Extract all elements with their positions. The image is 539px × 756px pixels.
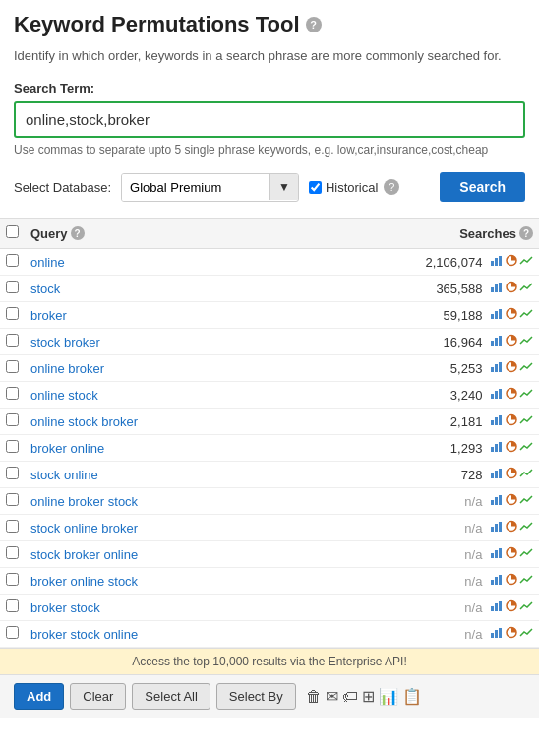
tag-icon[interactable]: 🏷 bbox=[342, 688, 358, 706]
row-checkbox[interactable] bbox=[6, 413, 19, 426]
trend-icon[interactable] bbox=[519, 520, 533, 533]
row-checkbox[interactable] bbox=[6, 440, 19, 453]
bar-chart-icon[interactable] bbox=[490, 493, 504, 506]
searches-help-icon[interactable]: ? bbox=[519, 226, 533, 240]
pie-chart-icon[interactable] bbox=[505, 467, 518, 479]
svg-rect-52 bbox=[491, 606, 494, 611]
row-checkbox[interactable] bbox=[6, 573, 19, 586]
trend-icon[interactable] bbox=[519, 573, 533, 586]
grid-icon[interactable]: ⊞ bbox=[362, 687, 375, 706]
trend-icon[interactable] bbox=[519, 626, 533, 639]
pie-chart-icon[interactable] bbox=[505, 573, 518, 586]
bar-chart-icon[interactable] bbox=[490, 334, 504, 346]
bar-chart-icon[interactable] bbox=[490, 281, 504, 293]
envelope-icon[interactable]: ✉ bbox=[326, 687, 338, 706]
pie-chart-icon[interactable] bbox=[505, 520, 518, 533]
query-help-icon[interactable]: ? bbox=[71, 226, 85, 240]
row-checkbox[interactable] bbox=[6, 467, 19, 479]
trend-icon[interactable] bbox=[519, 307, 533, 320]
query-link[interactable]: online stock bbox=[30, 388, 98, 403]
pie-chart-icon[interactable] bbox=[505, 307, 518, 320]
bar-chart-icon[interactable] bbox=[490, 440, 504, 453]
pie-chart-icon[interactable] bbox=[505, 599, 518, 612]
chart-icon[interactable]: 📊 bbox=[379, 687, 398, 706]
query-link[interactable]: broker online bbox=[30, 441, 104, 456]
db-select[interactable]: Global Premium US UK bbox=[122, 174, 270, 201]
trend-icon[interactable] bbox=[519, 334, 533, 346]
bar-chart-icon[interactable] bbox=[490, 307, 504, 320]
row-checkbox[interactable] bbox=[6, 546, 19, 559]
search-input[interactable] bbox=[14, 101, 525, 138]
query-link[interactable]: broker online stock bbox=[30, 574, 138, 589]
bar-chart-icon[interactable] bbox=[490, 573, 504, 586]
historical-help-icon[interactable]: ? bbox=[384, 179, 399, 195]
row-checkbox[interactable] bbox=[6, 626, 19, 639]
bar-chart-icon[interactable] bbox=[490, 413, 504, 426]
pie-chart-icon[interactable] bbox=[505, 387, 518, 400]
query-link[interactable]: stock broker bbox=[30, 335, 100, 349]
query-link[interactable]: online stock broker bbox=[30, 414, 138, 429]
bar-chart-icon[interactable] bbox=[490, 387, 504, 400]
query-cell: stock bbox=[25, 276, 281, 302]
query-link[interactable]: stock bbox=[30, 282, 60, 296]
bar-chart-icon[interactable] bbox=[490, 626, 504, 639]
bar-chart-icon[interactable] bbox=[490, 360, 504, 373]
trend-icon[interactable] bbox=[519, 599, 533, 612]
query-link[interactable]: broker stock online bbox=[30, 627, 138, 642]
clear-button[interactable]: Clear bbox=[70, 683, 126, 710]
pie-chart-icon[interactable] bbox=[505, 413, 518, 426]
search-button[interactable]: Search bbox=[440, 172, 525, 202]
pie-chart-icon[interactable] bbox=[505, 626, 518, 639]
row-checkbox[interactable] bbox=[6, 493, 19, 506]
db-dropdown-btn[interactable]: ▼ bbox=[270, 174, 298, 200]
pie-chart-icon[interactable] bbox=[505, 440, 518, 453]
bar-chart-icon[interactable] bbox=[490, 467, 504, 479]
query-link[interactable]: broker stock bbox=[30, 600, 100, 615]
trash-icon[interactable]: 🗑 bbox=[306, 688, 322, 706]
bar-chart-icon[interactable] bbox=[490, 254, 504, 267]
query-link[interactable]: online bbox=[30, 255, 65, 270]
svg-rect-1 bbox=[495, 258, 498, 266]
query-link[interactable]: stock broker online bbox=[30, 547, 138, 562]
trend-icon[interactable] bbox=[519, 440, 533, 453]
pie-chart-icon[interactable] bbox=[505, 360, 518, 373]
row-checkbox[interactable] bbox=[6, 254, 19, 267]
trend-icon[interactable] bbox=[519, 493, 533, 506]
select-by-button[interactable]: Select By bbox=[216, 683, 296, 710]
trend-icon[interactable] bbox=[519, 413, 533, 426]
query-link[interactable]: stock online bbox=[30, 468, 98, 482]
bar-chart-icon[interactable] bbox=[490, 546, 504, 559]
pie-chart-icon[interactable] bbox=[505, 334, 518, 346]
select-all-checkbox[interactable] bbox=[6, 225, 19, 238]
historical-checkbox[interactable] bbox=[309, 181, 322, 194]
help-icon[interactable]: ? bbox=[306, 17, 322, 32]
searches-value: n/a bbox=[464, 547, 482, 562]
pie-chart-icon[interactable] bbox=[505, 546, 518, 559]
pie-chart-icon[interactable] bbox=[505, 281, 518, 293]
row-checkbox[interactable] bbox=[6, 334, 19, 346]
export-icon[interactable]: 📋 bbox=[402, 687, 422, 706]
trend-icon[interactable] bbox=[519, 546, 533, 559]
pie-chart-icon[interactable] bbox=[505, 254, 518, 267]
query-link[interactable]: stock online broker bbox=[30, 521, 138, 536]
query-link[interactable]: online broker bbox=[30, 361, 104, 376]
trend-icon[interactable] bbox=[519, 254, 533, 267]
query-link[interactable]: broker bbox=[30, 308, 67, 323]
row-checkbox[interactable] bbox=[6, 307, 19, 320]
select-all-button[interactable]: Select All bbox=[132, 683, 210, 710]
query-link[interactable]: online broker stock bbox=[30, 494, 138, 509]
pie-chart-icon[interactable] bbox=[505, 493, 518, 506]
row-checkbox[interactable] bbox=[6, 520, 19, 533]
row-checkbox[interactable] bbox=[6, 281, 19, 293]
searches-cell: n/a bbox=[281, 568, 539, 595]
row-checkbox[interactable] bbox=[6, 360, 19, 373]
row-checkbox[interactable] bbox=[6, 599, 19, 612]
trend-icon[interactable] bbox=[519, 281, 533, 293]
row-checkbox[interactable] bbox=[6, 387, 19, 400]
trend-icon[interactable] bbox=[519, 467, 533, 479]
trend-icon[interactable] bbox=[519, 360, 533, 373]
trend-icon[interactable] bbox=[519, 387, 533, 400]
add-button[interactable]: Add bbox=[14, 683, 64, 710]
bar-chart-icon[interactable] bbox=[490, 599, 504, 612]
bar-chart-icon[interactable] bbox=[490, 520, 504, 533]
